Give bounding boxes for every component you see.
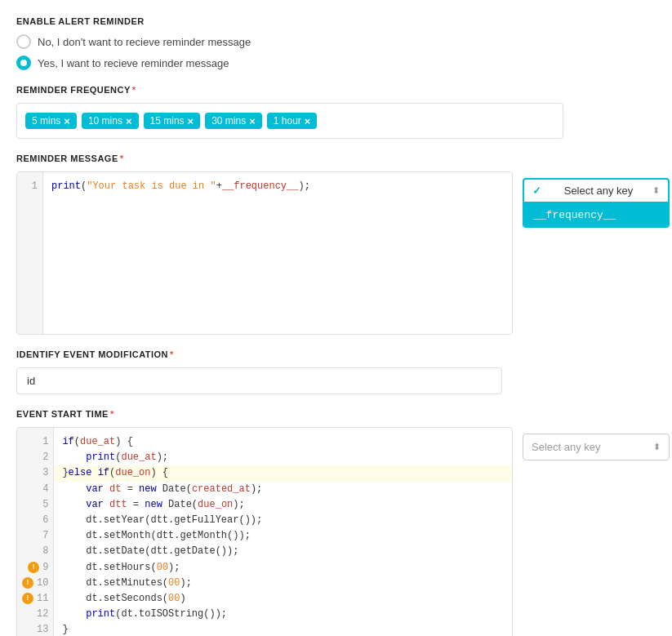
ln-5: 5 bbox=[22, 497, 48, 513]
key-dropdown-wrapper: ✓ Select any key ⬍ __frequency__ bbox=[523, 178, 670, 228]
ln-9: !9 bbox=[22, 560, 48, 576]
ln-6: 6 bbox=[22, 513, 48, 528]
code-content-large[interactable]: if(due_at) { print(due_at); }else if(due… bbox=[54, 428, 512, 636]
required-star-msg: * bbox=[120, 153, 124, 163]
radio-no[interactable]: No, I don't want to recieve reminder mes… bbox=[16, 34, 656, 49]
freq-tag-5mins-label: 5 mins bbox=[32, 115, 60, 127]
warning-icon-11: ! bbox=[22, 593, 33, 604]
freq-tag-30mins[interactable]: 30 mins × bbox=[205, 113, 262, 129]
code-line-e10: dt.setMinutes(00); bbox=[62, 576, 504, 591]
event-key-select[interactable]: Select any key ⬍ bbox=[523, 434, 670, 460]
code-line-e2: print(due_at); bbox=[62, 450, 504, 465]
code-line-e1: if(due_at) { bbox=[62, 434, 504, 450]
reminder-message-section: REMINDER MESSAGE* 1 print("Your task is … bbox=[16, 153, 656, 335]
freq-tag-1hour-label: 1 hour bbox=[274, 115, 301, 127]
reminder-frequency-section: REMINDER FREQUENCY* 5 mins × 10 mins × 1… bbox=[16, 85, 656, 139]
enable-alert-section: ENABLE ALERT REMINDER No, I don't want t… bbox=[16, 16, 656, 70]
reminder-frequency-label: REMINDER FREQUENCY* bbox=[16, 85, 656, 95]
code-line-e9: dt.setHours(00); bbox=[62, 560, 504, 576]
radio-circle-no bbox=[16, 34, 31, 49]
warning-icon-9: ! bbox=[28, 562, 39, 573]
event-key-select-placeholder: Select any key bbox=[532, 441, 601, 453]
code-line-e11: dt.setSeconds(00) bbox=[62, 591, 504, 607]
event-start-time-section: EVENT START TIME* 1 2 3 4 5 6 7 8 !9 !10… bbox=[16, 409, 656, 636]
code-line-1: print("Your task is due in "+__frequency… bbox=[51, 179, 504, 194]
code-line-e4: var dt = new Date(created_at); bbox=[62, 482, 504, 497]
ln-4: 4 bbox=[22, 482, 48, 497]
freq-tag-30mins-remove[interactable]: × bbox=[249, 116, 256, 127]
code-line-e7: dt.setMonth(dtt.getMonth()); bbox=[62, 528, 504, 544]
event-start-code-editor: 1 2 3 4 5 6 7 8 !9 !10 !11 12 13 if(due_… bbox=[16, 427, 513, 636]
freq-tag-15mins-label: 15 mins bbox=[150, 115, 185, 127]
line-numbers-large: 1 2 3 4 5 6 7 8 !9 !10 !11 12 13 bbox=[17, 428, 54, 636]
key-dropdown-item-frequency[interactable]: __frequency__ bbox=[523, 203, 669, 227]
freq-tag-15mins-remove[interactable]: × bbox=[188, 116, 194, 127]
radio-circle-yes bbox=[16, 56, 31, 70]
check-icon: ✓ bbox=[532, 185, 541, 197]
radio-yes-label: Yes, I want to recieve reminder message bbox=[38, 57, 229, 69]
ln-7: 7 bbox=[22, 528, 48, 544]
ln-11: !11 bbox=[22, 591, 48, 607]
radio-group: No, I don't want to recieve reminder mes… bbox=[16, 34, 656, 70]
ln-2: 2 bbox=[22, 450, 48, 465]
freq-tag-1hour[interactable]: 1 hour × bbox=[267, 113, 318, 129]
key-select-header[interactable]: ✓ Select any key ⬍ bbox=[523, 178, 670, 203]
ln-8: 8 bbox=[22, 544, 48, 559]
freq-tag-5mins-remove[interactable]: × bbox=[64, 116, 70, 127]
code-content[interactable]: print("Your task is due in "+__frequency… bbox=[43, 172, 512, 334]
ln-3: 3 bbox=[22, 465, 48, 481]
reminder-message-label: REMINDER MESSAGE* bbox=[16, 153, 656, 163]
freq-tag-10mins-label: 10 mins bbox=[88, 115, 122, 127]
ln-13: 13 bbox=[22, 622, 48, 636]
line-numbers: 1 bbox=[17, 172, 43, 334]
reminder-code-editor: 1 print("Your task is due in "+__frequen… bbox=[16, 171, 513, 335]
radio-yes[interactable]: Yes, I want to recieve reminder message bbox=[16, 56, 656, 70]
code-line-e3: }else if(due_on) { bbox=[54, 465, 512, 481]
identify-event-input[interactable] bbox=[16, 367, 502, 394]
code-line-e12: print(dt.toISOString()); bbox=[62, 607, 504, 622]
required-star: * bbox=[132, 85, 136, 95]
frequency-tags-box: 5 mins × 10 mins × 15 mins × 30 mins × 1… bbox=[16, 103, 563, 139]
event-key-select-arrow: ⬍ bbox=[653, 442, 661, 452]
event-start-time-label: EVENT START TIME* bbox=[16, 409, 656, 419]
required-star-event: * bbox=[110, 409, 114, 419]
ln-1: 1 bbox=[22, 434, 48, 450]
ln-10: !10 bbox=[22, 576, 48, 591]
freq-tag-30mins-label: 30 mins bbox=[211, 115, 246, 127]
freq-tag-10mins[interactable]: 10 mins × bbox=[82, 113, 139, 129]
freq-tag-15mins[interactable]: 15 mins × bbox=[144, 113, 201, 129]
key-select-arrow-icon: ⬍ bbox=[652, 185, 660, 196]
code-line-e8: dt.setDate(dtt.getDate()); bbox=[62, 544, 504, 559]
code-line-e5: var dtt = new Date(due_on); bbox=[62, 497, 504, 513]
code-line-e13: } bbox=[62, 622, 504, 636]
freq-tag-10mins-remove[interactable]: × bbox=[126, 116, 132, 127]
freq-tag-1hour-remove[interactable]: × bbox=[305, 116, 311, 127]
required-star-identify: * bbox=[170, 349, 174, 359]
identify-event-label: IDENTIFY EVENT MODIFICATION* bbox=[16, 349, 656, 359]
radio-no-label: No, I don't want to recieve reminder mes… bbox=[38, 36, 251, 48]
warning-icon-10: ! bbox=[22, 577, 33, 589]
freq-tag-5mins[interactable]: 5 mins × bbox=[25, 113, 77, 129]
line-num-1: 1 bbox=[22, 179, 38, 194]
identify-event-section: IDENTIFY EVENT MODIFICATION* bbox=[16, 349, 656, 394]
enable-alert-label: ENABLE ALERT REMINDER bbox=[16, 16, 656, 26]
key-dropdown-list: __frequency__ bbox=[523, 203, 670, 228]
ln-12: 12 bbox=[22, 607, 48, 622]
code-line-e6: dt.setYear(dtt.getFullYear()); bbox=[62, 513, 504, 528]
key-select-header-label: Select any key bbox=[564, 185, 634, 197]
